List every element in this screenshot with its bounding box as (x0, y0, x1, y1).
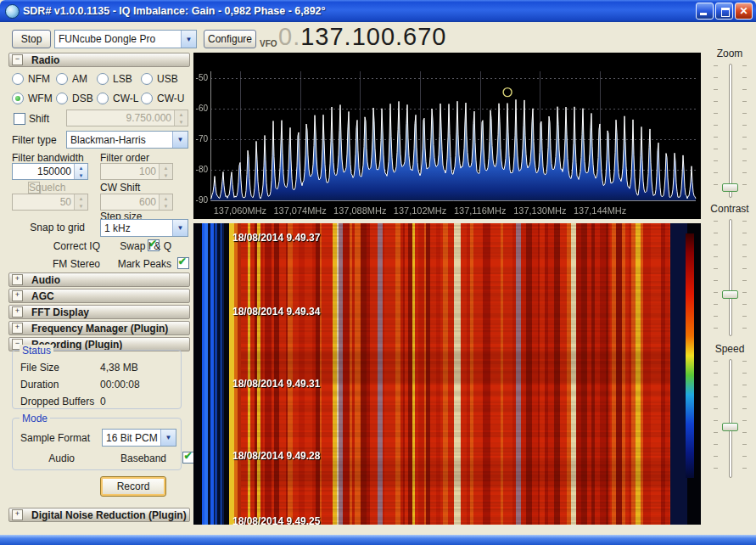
radio-button-icon[interactable] (12, 73, 24, 85)
minimize-button[interactable] (696, 3, 714, 20)
radio-button-icon[interactable] (97, 73, 109, 85)
chevron-down-icon[interactable]: ▼ (181, 31, 196, 48)
spinner-arrows-icon[interactable]: ▲▼ (74, 164, 87, 179)
window-bottom-border (0, 535, 756, 545)
chevron-down-icon[interactable]: ▼ (172, 220, 188, 236)
frequency-tick-label: 137,130MHz (509, 205, 570, 216)
contrast-slider[interactable] (706, 216, 753, 339)
spinner-arrows-icon[interactable]: ▲▼ (74, 194, 87, 210)
speed-slider[interactable] (706, 357, 753, 480)
expand-icon[interactable]: + (12, 290, 23, 301)
radio-button-icon[interactable] (141, 73, 153, 85)
configure-button[interactable]: Configure (204, 30, 256, 48)
filter-order-label: Filter order (100, 152, 149, 164)
mode-WFM[interactable]: WFM (12, 93, 56, 104)
radio-button-icon[interactable] (97, 93, 109, 104)
panel-header-digital-noise-reduction[interactable]: + Digital Noise Reduction (Plugin) (8, 508, 190, 522)
expand-icon[interactable]: + (12, 306, 23, 317)
spinner-arrows-icon[interactable]: ▲▼ (159, 164, 172, 179)
frequency-digits[interactable]: 137.100.670 (300, 23, 446, 50)
shift-spinner[interactable]: 9.750.000▲▼ (66, 110, 188, 126)
mode-LSB[interactable]: LSB (97, 73, 141, 85)
waterfall-canvas[interactable] (193, 223, 701, 525)
collapse-icon[interactable]: − (12, 54, 23, 65)
correct-iq-label: Correct IQ (8, 240, 100, 252)
fm-stereo-checkbox[interactable] (177, 257, 189, 269)
mode-CW-L[interactable]: CW-L (97, 93, 141, 104)
expand-icon[interactable]: + (12, 323, 23, 334)
mode-label: CW-U (157, 93, 184, 104)
radio-button-icon[interactable] (12, 93, 24, 104)
frequency-leading-zeros[interactable]: 0. (278, 23, 300, 50)
record-button[interactable]: Record (100, 476, 166, 497)
sample-format-select[interactable]: 16 Bit PCM ▼ (102, 429, 176, 447)
source-select[interactable]: FUNcube Dongle Pro ▼ (54, 30, 197, 48)
panel-header-fft-display[interactable]: + FFT Display (8, 305, 190, 319)
spinner-arrows-icon[interactable]: ▲▼ (174, 110, 188, 126)
record-audio-label: Audio (25, 452, 75, 464)
panel-header-audio[interactable]: + Audio (8, 272, 190, 287)
mode-CW-U[interactable]: CW-U (141, 93, 188, 104)
swap-iq-label: Swap I & Q (114, 240, 171, 252)
db-tick-label: -50 (193, 73, 208, 82)
mode-group-title: Mode (20, 413, 50, 424)
close-button[interactable] (735, 3, 753, 20)
mode-NFM[interactable]: NFM (12, 73, 56, 85)
radio-button-icon[interactable] (56, 73, 68, 85)
filter-bandwidth-spinner[interactable]: 150000▲▼ (12, 163, 88, 180)
spectrum-canvas[interactable] (193, 53, 701, 219)
slider-track[interactable] (729, 64, 732, 198)
panel-header-radio[interactable]: − Radio (8, 53, 190, 67)
mode-AM[interactable]: AM (56, 73, 97, 85)
slider-ticks (742, 65, 747, 196)
chevron-down-icon[interactable]: ▼ (172, 132, 188, 148)
spinner-arrows-icon[interactable]: ▲▼ (159, 194, 172, 210)
mode-USB[interactable]: USB (141, 73, 188, 85)
speed-slider-thumb[interactable] (722, 423, 738, 431)
radio-button-icon[interactable] (141, 93, 153, 104)
shift-label: Shift (29, 113, 49, 125)
sample-format-label: Sample Format (20, 432, 90, 444)
cw-shift-spinner[interactable]: 600▲▼ (100, 194, 173, 211)
zoom-slider-thumb[interactable] (722, 183, 738, 192)
db-tick-label: -60 (193, 104, 208, 113)
chevron-down-icon[interactable]: ▼ (160, 430, 176, 446)
waterfall-display[interactable]: 18/08/2014 9.49.3718/08/2014 9.49.3418/0… (193, 223, 701, 525)
slider-ticks (742, 221, 747, 334)
titlebar[interactable]: SDR# v1.0.0.1135 - IQ Imbalance: Gain - … (0, 0, 756, 22)
expand-icon[interactable]: + (12, 509, 23, 520)
shift-checkbox[interactable] (14, 113, 25, 125)
step-size-select[interactable]: 1 kHz ▼ (100, 219, 188, 237)
squelch-label: Squelch (29, 182, 65, 194)
zoom-slider[interactable] (706, 61, 753, 200)
frequency-tick-label: 137,074MHz (270, 205, 331, 216)
mode-DSB[interactable]: DSB (56, 93, 97, 104)
window-title: SDR# v1.0.0.1135 - IQ Imbalance: Gain - … (23, 5, 326, 17)
frequency-display[interactable]: 0.137.100.670 (278, 23, 446, 51)
fm-stereo-label: FM Stereo (8, 258, 100, 270)
squelch-spinner[interactable]: 50▲▼ (12, 194, 88, 211)
filter-type-select[interactable]: Blackman-Harris ▼ (66, 131, 188, 149)
file-size-value: 4,38 MB (100, 362, 138, 374)
contrast-slider-thumb[interactable] (722, 290, 738, 299)
stop-button[interactable]: Stop (12, 30, 51, 48)
radio-button-icon[interactable] (56, 93, 68, 104)
expand-icon[interactable]: + (12, 274, 23, 285)
waterfall-timestamp: 18/08/2014 9.49.34 (232, 306, 320, 317)
mark-peaks-label: Mark Peaks (110, 258, 171, 270)
zoom-slider-label: Zoom (706, 48, 753, 59)
frequency-tick-label: 137,102MHz (389, 205, 451, 216)
panel-header-frequency-manager[interactable]: + Frequency Manager (Plugin) (8, 321, 190, 335)
slider-track[interactable] (729, 219, 732, 336)
fft-spectrum-display[interactable]: -50-60-70-80-90 137,060MHz137,074MHz137,… (193, 53, 701, 219)
vfo-label: VFO (260, 39, 277, 48)
panel-header-agc[interactable]: + AGC (8, 289, 190, 303)
filter-order-spinner[interactable]: 100▲▼ (100, 163, 173, 180)
frequency-tick-label: 137,116MHz (450, 205, 511, 216)
mode-label: DSB (72, 93, 93, 104)
restore-button[interactable] (715, 3, 733, 20)
slider-track[interactable] (729, 359, 732, 478)
mode-label: WFM (28, 93, 53, 104)
file-size-label: File Size (20, 362, 59, 374)
mode-label: NFM (28, 73, 50, 85)
